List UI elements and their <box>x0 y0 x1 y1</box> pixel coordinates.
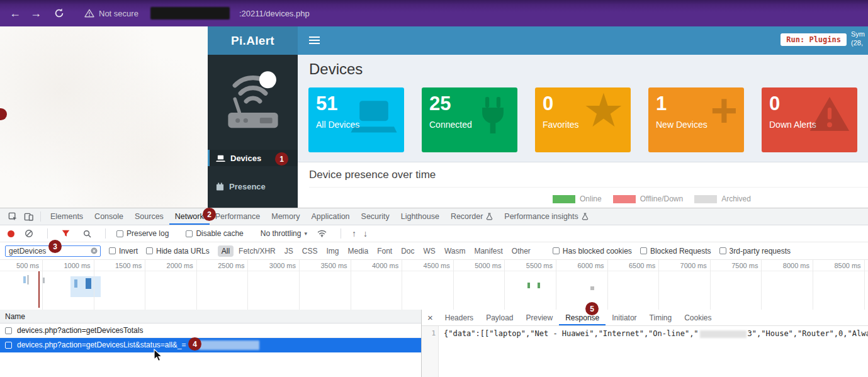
hamburger-menu-icon[interactable] <box>309 37 320 44</box>
timeline-gridline <box>658 260 659 311</box>
card-down-alerts[interactable]: 0 Down Alerts <box>762 87 857 152</box>
details-tab-initiator[interactable]: Initiator <box>606 310 643 325</box>
divider <box>47 228 48 239</box>
filter-type-wasm[interactable]: Wasm <box>441 245 470 257</box>
forward-icon[interactable]: → <box>30 8 42 19</box>
sidebar-item-presence[interactable]: Presence <box>208 178 298 194</box>
details-tab-response[interactable]: Response <box>559 310 606 325</box>
checkbox <box>640 247 647 254</box>
blocked-requests-checkbox[interactable]: Blocked Requests <box>640 247 711 256</box>
screenshot-root: ← → Not secure :20211/devices.php Pi.Ale… <box>0 0 868 377</box>
app-topbar: Run: Plugins Sym (28, <box>298 26 868 55</box>
preserve-log-checkbox[interactable]: Preserve log <box>116 229 169 238</box>
details-tab-preview[interactable]: Preview <box>520 310 560 325</box>
filter-type-manifest[interactable]: Manifest <box>470 245 506 257</box>
details-tab-cookies[interactable]: Cookies <box>678 310 718 325</box>
tab-elements[interactable]: Elements <box>45 208 89 225</box>
router-illustration <box>219 58 287 143</box>
invert-checkbox[interactable]: Invert <box>109 247 138 256</box>
timeline-tick-label: 8500 ms <box>834 262 864 269</box>
card-all-devices[interactable]: 51 All Devices <box>308 87 404 152</box>
network-conditions-icon[interactable] <box>314 230 330 237</box>
tab-security[interactable]: Security <box>356 208 395 225</box>
browser-toolbar: ← → Not secure :20211/devices.php <box>0 0 868 26</box>
filter-type-js[interactable]: JS <box>281 245 297 257</box>
throttling-select[interactable]: No throttling ▾ <box>261 229 307 238</box>
details-tab-headers[interactable]: Headers <box>439 310 480 325</box>
card-connected[interactable]: 25 Connected <box>422 87 517 152</box>
timeline-tick-label: 3500 ms <box>320 262 350 269</box>
site-security-chip[interactable]: Not secure <box>84 9 138 18</box>
timeline-gridline <box>196 260 197 311</box>
details-tab-timing[interactable]: Timing <box>643 310 679 325</box>
row-checkbox[interactable] <box>5 327 12 334</box>
device-toolbar-icon[interactable] <box>21 212 37 221</box>
devtools-tabbar: Elements Console Sources Network Perform… <box>0 208 868 225</box>
legend-label: Offline/Down <box>640 194 683 203</box>
plus-icon: + <box>711 87 738 134</box>
card-favorites[interactable]: 0 Favorites ★ <box>535 87 631 152</box>
tab-lighthouse[interactable]: Lighthouse <box>395 208 445 225</box>
divider <box>105 228 106 239</box>
tab-application[interactable]: Application <box>305 208 355 225</box>
filter-type-ws[interactable]: WS <box>420 245 439 257</box>
tab-performance[interactable]: Performance <box>210 208 266 225</box>
tab-console[interactable]: Console <box>89 208 129 225</box>
search-icon[interactable] <box>80 230 94 238</box>
filter-type-doc[interactable]: Doc <box>397 245 418 257</box>
filter-type-font[interactable]: Font <box>373 245 396 257</box>
back-icon[interactable]: ← <box>9 8 21 19</box>
timeline-gridline <box>145 260 145 311</box>
filter-type-css[interactable]: CSS <box>298 245 322 257</box>
close-details-icon[interactable]: × <box>422 312 439 323</box>
filter-type-img[interactable]: Img <box>322 245 342 257</box>
import-har-icon[interactable]: ↑ <box>352 229 356 238</box>
response-text: 3","House","Router",0,"Always on <box>748 329 868 338</box>
timeline-tick-label: 6000 ms <box>577 262 607 269</box>
request-row[interactable]: devices.php?action=getDevicesTotals <box>0 324 421 338</box>
tab-performance-insights[interactable]: Performance insights <box>499 208 594 225</box>
request-list-header[interactable]: Name <box>0 310 421 324</box>
export-har-icon[interactable]: ↓ <box>363 229 368 238</box>
details-tab-payload[interactable]: Payload <box>480 310 519 325</box>
filter-type-fetch-xhr[interactable]: Fetch/XHR <box>235 245 279 257</box>
record-button[interactable] <box>8 230 14 237</box>
disable-cache-checkbox[interactable]: Disable cache <box>186 229 243 238</box>
address-url[interactable]: :20211/devices.php <box>239 9 310 18</box>
clear-input-icon[interactable] <box>91 247 98 254</box>
third-party-requests-checkbox[interactable]: 3rd-party requests <box>719 247 791 256</box>
timeline-activity-mark <box>538 283 540 288</box>
timeline-tick-label: 3000 ms <box>269 262 299 269</box>
laptop-icon <box>350 95 398 135</box>
timeline-ruler[interactable]: 500 ms1000 ms1500 ms2000 ms2500 ms3000 m… <box>0 260 868 312</box>
checkbox-label: Hide data URLs <box>156 247 210 256</box>
filter-type-media[interactable]: Media <box>344 245 372 257</box>
timeline-gridline <box>247 260 248 311</box>
run-plugins-button[interactable]: Run: Plugins <box>781 33 847 46</box>
experiment-flask-icon <box>582 213 589 220</box>
tab-sources[interactable]: Sources <box>129 208 169 225</box>
row-checkbox[interactable] <box>5 342 12 349</box>
app-logo[interactable]: Pi.Alert <box>208 26 298 55</box>
tab-recorder[interactable]: Recorder <box>445 208 499 225</box>
card-new-devices[interactable]: 1 New Devices + <box>648 87 744 152</box>
name-column-header: Name <box>5 312 25 321</box>
filter-type-all[interactable]: All <box>218 245 234 257</box>
annotation-badge-2: 2 <box>203 208 216 221</box>
hide-data-urls-checkbox[interactable]: Hide data URLs <box>146 247 210 256</box>
network-bottom-split: Name devices.php?action=getDevicesTotals… <box>0 310 868 377</box>
timeline-gridline <box>504 260 505 311</box>
inspect-element-icon[interactable] <box>5 212 21 222</box>
sidebar-item-label: Devices <box>230 154 261 163</box>
line-number: 1 <box>431 329 436 337</box>
filter-type-other[interactable]: Other <box>508 245 534 257</box>
topbar-right-clipped-text: Sym (28, <box>851 30 868 47</box>
checkbox <box>109 247 116 254</box>
request-row-selected[interactable]: devices.php?action=getDevicesList&status… <box>0 338 421 352</box>
has-blocked-cookies-checkbox[interactable]: Has blocked cookies <box>553 247 632 256</box>
clear-icon[interactable] <box>21 229 37 238</box>
request-name: devices.php?action=getDevicesList&status… <box>17 340 186 349</box>
filter-icon[interactable] <box>59 230 73 237</box>
refresh-icon[interactable] <box>51 8 67 18</box>
tab-memory[interactable]: Memory <box>266 208 305 225</box>
